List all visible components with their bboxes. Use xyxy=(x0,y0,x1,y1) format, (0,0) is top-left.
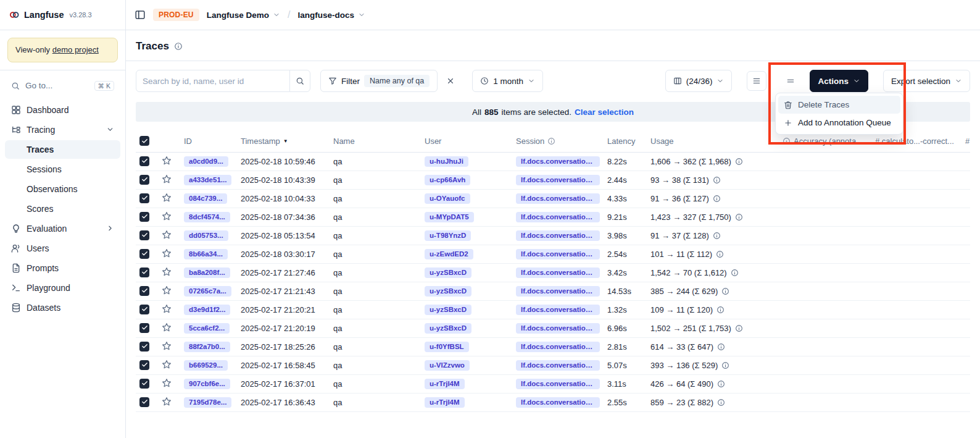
trace-id-badge[interactable]: d3e9d1f2... xyxy=(184,305,230,315)
sidebar-item-evaluation[interactable]: Evaluation xyxy=(5,219,120,238)
trace-id-badge[interactable]: a0cd0d9... xyxy=(184,156,228,167)
sidebar-item-prompts[interactable]: Prompts xyxy=(5,259,120,277)
session-badge[interactable]: lf.docs.conversation... xyxy=(516,397,600,408)
menu-item-delete-traces[interactable]: Delete Traces xyxy=(778,96,900,114)
row-checkbox[interactable] xyxy=(139,267,149,277)
session-badge[interactable]: lf.docs.conversation... xyxy=(516,267,600,278)
user-badge[interactable]: u-yzSBxcD xyxy=(425,305,471,315)
filter-button[interactable]: Filter Name any of qa xyxy=(320,70,438,92)
table-row[interactable]: ba8a208f... 2025-02-17 21:27:46 qa u-yzS… xyxy=(136,263,970,282)
column-header-timestamp[interactable]: Timestamp▼ xyxy=(237,130,330,152)
trace-id-badge[interactable]: b669529... xyxy=(184,360,228,371)
row-checkbox[interactable] xyxy=(139,305,149,314)
trace-id-badge[interactable]: 07265c7a... xyxy=(184,286,231,297)
table-row[interactable]: d3e9d1f2... 2025-02-17 21:20:21 qa u-yzS… xyxy=(136,300,970,319)
bookmark-star-icon[interactable] xyxy=(162,156,172,166)
column-header-name[interactable]: Name xyxy=(330,130,421,152)
actions-button[interactable]: Actions xyxy=(810,70,868,92)
table-row[interactable]: 88f2a7b0... 2025-02-17 18:25:26 qa u-f0Y… xyxy=(136,337,970,356)
table-row[interactable]: 7195d78e... 2025-02-17 16:36:43 qa u-rTr… xyxy=(136,393,970,411)
user-badge[interactable]: u-rTrjl4M xyxy=(425,379,465,389)
sidebar-toggle-button[interactable] xyxy=(135,9,146,20)
sidebar-item-dashboard[interactable]: Dashboard xyxy=(5,101,120,119)
menu-item-add-to-annotation-queue[interactable]: Add to Annotation Queue xyxy=(778,114,900,132)
trace-id-badge[interactable]: 88f2a7b0... xyxy=(184,342,230,352)
trace-id-badge[interactable]: ba8a208f... xyxy=(184,267,230,278)
org-selector[interactable]: Langfuse Demo xyxy=(207,11,280,20)
column-header-id[interactable]: ID xyxy=(180,130,237,152)
trace-id-badge[interactable]: 907cbf6e... xyxy=(184,379,230,389)
goto-search[interactable]: Go to... ⌘ K xyxy=(5,77,120,95)
bookmark-star-icon[interactable] xyxy=(162,322,172,332)
bookmark-star-icon[interactable] xyxy=(162,267,172,277)
table-row[interactable]: 907cbf6e... 2025-02-17 16:37:01 qa u-rTr… xyxy=(136,374,970,393)
row-checkbox[interactable] xyxy=(139,230,149,240)
column-header-session[interactable]: Session xyxy=(512,130,604,152)
column-header-usage[interactable]: Usage xyxy=(647,130,779,152)
session-badge[interactable]: lf.docs.conversation... xyxy=(516,212,600,222)
search-input[interactable] xyxy=(136,70,290,92)
row-checkbox[interactable] xyxy=(139,175,149,185)
user-badge[interactable]: u-yzSBxcD xyxy=(425,323,471,334)
row-checkbox[interactable] xyxy=(139,212,149,222)
bookmark-star-icon[interactable] xyxy=(162,341,172,351)
table-row[interactable]: b669529... 2025-02-17 16:58:45 qa u-VIZz… xyxy=(136,356,970,374)
table-row[interactable]: 07265c7a... 2025-02-17 21:21:43 qa u-yzS… xyxy=(136,282,970,300)
trace-id-badge[interactable]: 7195d78e... xyxy=(184,397,231,408)
sidebar-item-playground[interactable]: Playground xyxy=(5,279,120,297)
trace-id-badge[interactable]: a433de51... xyxy=(184,175,231,185)
sidebar-item-users[interactable]: Users xyxy=(5,239,120,258)
export-selection-button[interactable]: Export selection xyxy=(883,70,970,92)
user-badge[interactable]: u-f0YfBSL xyxy=(425,342,469,352)
clear-selection-link[interactable]: Clear selection xyxy=(575,107,634,117)
row-checkbox[interactable] xyxy=(139,379,149,389)
select-all-checkbox[interactable] xyxy=(139,136,149,146)
trace-id-badge[interactable]: dd05753... xyxy=(184,230,228,241)
row-height-alt-button[interactable] xyxy=(781,71,800,91)
row-checkbox[interactable] xyxy=(139,286,149,296)
session-badge[interactable]: lf.docs.conversation... xyxy=(516,379,600,389)
bookmark-star-icon[interactable] xyxy=(162,174,172,184)
trace-id-badge[interactable]: 084c739... xyxy=(184,193,227,204)
sidebar-item-tracing[interactable]: Tracing xyxy=(5,120,120,139)
table-row[interactable]: 8b66a34... 2025-02-18 03:30:17 qa u-zEwd… xyxy=(136,245,970,263)
user-badge[interactable]: u-huJhuJi xyxy=(425,156,468,167)
session-badge[interactable]: lf.docs.conversation... xyxy=(516,230,600,241)
clear-filter-button[interactable] xyxy=(441,71,460,91)
demo-project-link[interactable]: demo project xyxy=(52,45,99,54)
time-range-button[interactable]: 1 month xyxy=(472,70,543,92)
row-checkbox[interactable] xyxy=(139,249,149,259)
table-row[interactable]: a433de51... 2025-02-18 10:43:39 qa u-cp6… xyxy=(136,171,970,189)
table-row[interactable]: dd05753... 2025-02-18 05:13:54 qa u-T98Y… xyxy=(136,226,970,245)
table-row[interactable]: 084c739... 2025-02-18 10:04:33 qa u-OYau… xyxy=(136,189,970,208)
user-badge[interactable]: u-OYauofc xyxy=(425,193,470,204)
user-badge[interactable]: u-zEwdED2 xyxy=(425,249,473,259)
column-visibility-button[interactable]: (24/36) xyxy=(665,70,733,92)
user-badge[interactable]: u-yzSBxcD xyxy=(425,267,471,278)
search-submit-button[interactable] xyxy=(289,70,310,92)
session-badge[interactable]: lf.docs.conversation... xyxy=(516,193,600,204)
bookmark-star-icon[interactable] xyxy=(162,248,172,258)
row-checkbox[interactable] xyxy=(139,397,149,407)
session-badge[interactable]: lf.docs.conversation... xyxy=(516,286,600,297)
row-checkbox[interactable] xyxy=(139,323,149,333)
column-header-latency[interactable]: Latency xyxy=(604,130,647,152)
project-selector[interactable]: langfuse-docs xyxy=(297,11,365,20)
user-badge[interactable]: u-VIZzvwo xyxy=(425,360,470,371)
session-badge[interactable]: lf.docs.conversation... xyxy=(516,175,600,185)
session-badge[interactable]: lf.docs.conversation... xyxy=(516,360,600,371)
trace-id-badge[interactable]: 5cca6cf2... xyxy=(184,323,230,334)
bookmark-star-icon[interactable] xyxy=(162,304,172,314)
column-header-user[interactable]: User xyxy=(421,130,512,152)
session-badge[interactable]: lf.docs.conversation... xyxy=(516,342,600,352)
table-row[interactable]: 8dcf4574... 2025-02-18 07:34:36 qa u-MYp… xyxy=(136,208,970,226)
column-header-extra[interactable]: # c... xyxy=(961,130,970,152)
session-badge[interactable]: lf.docs.conversation... xyxy=(516,305,600,315)
user-badge[interactable]: u-cp66Avh xyxy=(425,175,470,185)
bookmark-star-icon[interactable] xyxy=(162,193,172,203)
trace-id-badge[interactable]: 8b66a34... xyxy=(184,249,228,259)
session-badge[interactable]: lf.docs.conversation... xyxy=(516,249,600,259)
sidebar-item-traces[interactable]: Traces xyxy=(5,140,120,159)
trace-id-badge[interactable]: 8dcf4574... xyxy=(184,212,230,222)
table-row[interactable]: a0cd0d9... 2025-02-18 10:59:46 qa u-huJh… xyxy=(136,152,970,171)
